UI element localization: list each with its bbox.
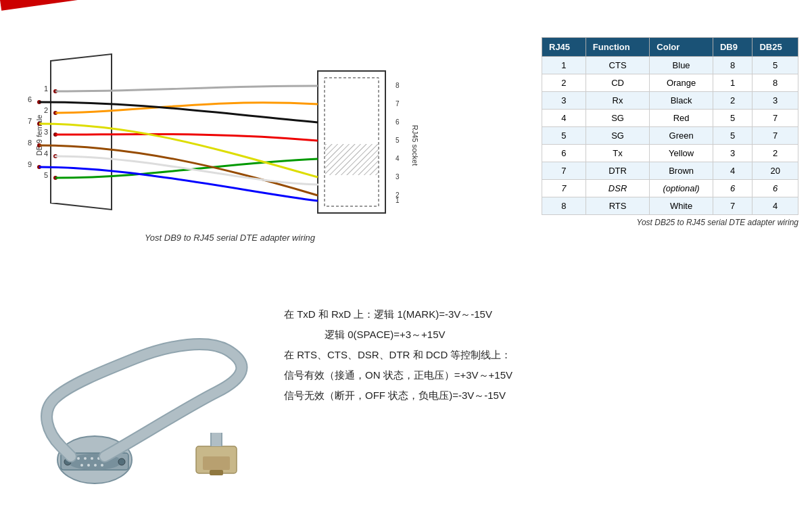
table-cell-db25: 6 (753, 180, 798, 197)
table-cell-db9: 5 (713, 110, 753, 127)
col-db9: DB9 (713, 38, 753, 57)
svg-rect-47 (203, 456, 230, 470)
table-row: 1CTSBlue85 (542, 57, 798, 74)
table-cell-function: DSR (586, 180, 649, 197)
table-cell-color: Brown (650, 162, 713, 180)
table-cell-color: Blue (650, 57, 713, 74)
table-caption: Yost DB25 to RJ45 serial DTE adapter wir… (542, 218, 798, 227)
table-cell-db9: 1 (713, 74, 753, 92)
table-cell-color: Red (650, 110, 713, 127)
svg-rect-20 (325, 78, 379, 206)
table-cell-color: Yellow (650, 145, 713, 162)
table-row: 7DSR(optional)66 (542, 180, 798, 197)
svg-rect-30 (325, 144, 379, 175)
info-line2: 逻辑 0(SPACE)=+3～+15V (284, 325, 512, 345)
table-row: 6TxYellow32 (542, 145, 798, 162)
table-cell-db25: 3 (753, 92, 798, 110)
svg-point-37 (77, 457, 80, 460)
svg-text:DB 9 female: DB 9 female (35, 115, 43, 156)
table-row: 7DTRBrown420 (542, 162, 798, 180)
table-cell-color: White (650, 197, 713, 215)
svg-point-38 (84, 457, 87, 460)
table-cell-db25: 2 (753, 145, 798, 162)
table-cell-db9: 5 (713, 127, 753, 145)
svg-text:1: 1 (44, 85, 48, 93)
table-cell-rj45: 5 (542, 127, 586, 145)
svg-point-39 (91, 457, 93, 460)
svg-rect-48 (210, 470, 223, 475)
svg-text:5: 5 (44, 171, 48, 179)
wiring-svg: 1 2 3 4 5 6 7 8 9 DB 9 female (14, 20, 433, 230)
svg-text:9: 9 (28, 160, 32, 168)
svg-point-36 (118, 458, 125, 465)
text-info: 在 TxD 和 RxD 上：逻辑 1(MARK)=-3V～-15V 逻辑 0(S… (257, 284, 526, 419)
cable-svg (0, 284, 257, 500)
table-cell-function: RTS (586, 197, 649, 215)
wiring-table: RJ45 Function Color DB9 DB25 1CTSBlue852… (542, 37, 798, 215)
svg-text:2: 2 (44, 106, 48, 114)
table-cell-rj45: 7 (542, 162, 586, 180)
table-row: 3RxBlack23 (542, 92, 798, 110)
table-cell-db9: 2 (713, 92, 753, 110)
table-cell-function: SG (586, 110, 649, 127)
info-line1: 在 TxD 和 RxD 上：逻辑 1(MARK)=-3V～-15V (284, 304, 512, 325)
table-cell-rj45: 8 (542, 197, 586, 215)
col-color: Color (650, 38, 713, 57)
table-cell-function: Tx (586, 145, 649, 162)
table-cell-function: SG (586, 127, 649, 145)
svg-point-43 (87, 464, 90, 467)
svg-point-42 (80, 464, 83, 467)
svg-text:3: 3 (44, 128, 48, 136)
svg-text:RJ45 socket: RJ45 socket (411, 125, 419, 166)
table-cell-db9: 3 (713, 145, 753, 162)
svg-point-45 (101, 464, 103, 467)
table-section: RJ45 Function Color DB9 DB25 1CTSBlue852… (542, 37, 798, 227)
svg-text:3: 3 (396, 173, 400, 181)
svg-text:7: 7 (28, 117, 32, 125)
table-cell-color: (optional) (650, 180, 713, 197)
wiring-caption: Yost DB9 to RJ45 serial DTE adapter wiri… (14, 233, 446, 243)
table-cell-db9: 4 (713, 162, 753, 180)
info-line4: 信号有效（接通，ON 状态，正电压）=+3V～+15V (284, 365, 512, 385)
svg-text:6: 6 (396, 118, 400, 126)
table-row: 5SGGreen57 (542, 127, 798, 145)
table-cell-rj45: 4 (542, 110, 586, 127)
table-row: 2CDOrange18 (542, 74, 798, 92)
svg-text:8: 8 (28, 139, 32, 147)
table-cell-function: DTR (586, 162, 649, 180)
info-line5: 信号无效（断开，OFF 状态，负电压)=-3V～-15V (284, 385, 512, 406)
wiring-diagram: 1 2 3 4 5 6 7 8 9 DB 9 female (14, 20, 433, 230)
table-cell-db25: 7 (753, 127, 798, 145)
table-cell-rj45: 6 (542, 145, 586, 162)
svg-text:4: 4 (396, 155, 400, 162)
table-cell-color: Orange (650, 74, 713, 92)
decorative-bar (0, 0, 82, 11)
col-function: Function (586, 38, 649, 57)
table-cell-db25: 5 (753, 57, 798, 74)
table-cell-color: Black (650, 92, 713, 110)
table-cell-db25: 7 (753, 110, 798, 127)
table-cell-function: CTS (586, 57, 649, 74)
table-cell-db25: 4 (753, 197, 798, 215)
bottom-section: 在 TxD 和 RxD 上：逻辑 1(MARK)=-3V～-15V 逻辑 0(S… (0, 284, 812, 500)
svg-text:8: 8 (396, 82, 400, 89)
cable-image (0, 284, 257, 500)
table-cell-rj45: 1 (542, 57, 586, 74)
table-row: 8RTSWhite74 (542, 197, 798, 215)
table-cell-rj45: 7 (542, 180, 586, 197)
svg-text:1: 1 (396, 197, 400, 204)
table-cell-color: Green (650, 127, 713, 145)
table-row: 4SGRed57 (542, 110, 798, 127)
wiring-section: 1 2 3 4 5 6 7 8 9 DB 9 female (14, 20, 446, 243)
table-cell-db9: 6 (713, 180, 753, 197)
info-line3: 在 RTS、CTS、DSR、DTR 和 DCD 等控制线上： (284, 345, 512, 365)
col-db25: DB25 (753, 38, 798, 57)
table-cell-db25: 8 (753, 74, 798, 92)
table-cell-rj45: 3 (542, 92, 586, 110)
svg-text:4: 4 (44, 149, 48, 158)
table-cell-db9: 8 (713, 57, 753, 74)
table-cell-rj45: 2 (542, 74, 586, 92)
col-rj45: RJ45 (542, 38, 586, 57)
table-cell-function: CD (586, 74, 649, 92)
table-cell-db25: 20 (753, 162, 798, 180)
